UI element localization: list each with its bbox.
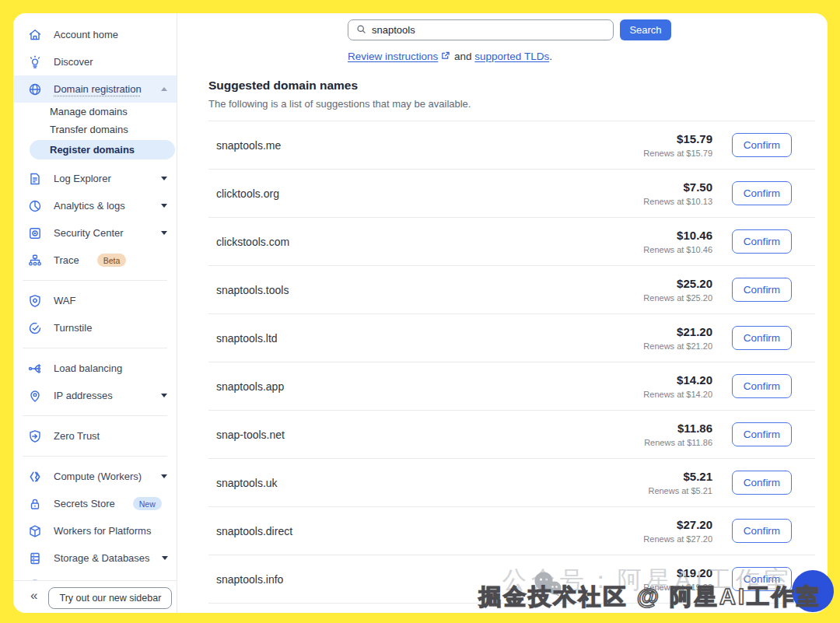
chevron-down-icon <box>161 204 167 211</box>
sidebar-item-waf[interactable]: WAF <box>13 287 177 314</box>
sidebar-item-label: Discover <box>54 56 167 68</box>
domain-name: snaptools.tools <box>216 284 643 296</box>
sidebar-footer: « Try out our new sidebar <box>13 580 177 613</box>
price: $21.20 <box>643 325 712 338</box>
sidebar-subitem-register-domains[interactable]: Register domains <box>30 140 175 159</box>
security-center-icon <box>28 226 42 240</box>
renewal-price: Renews at $15.79 <box>643 149 712 158</box>
search-button[interactable]: Search <box>620 19 671 40</box>
sidebar-divider <box>23 415 167 416</box>
confirm-button[interactable]: Confirm <box>732 519 792 543</box>
confirm-button[interactable]: Confirm <box>732 374 792 398</box>
sidebar-item-label: IP addresses <box>54 390 149 401</box>
check-circle-icon <box>28 321 42 335</box>
sidebar-nav: Account home Discover Domain registratio… <box>13 21 177 580</box>
sidebar-item-security-center[interactable]: Security Center <box>13 219 177 247</box>
sidebar-item-zero-trust[interactable]: Zero Trust <box>13 422 177 450</box>
sidebar-item-compute-workers[interactable]: Compute (Workers) <box>13 463 177 490</box>
review-instructions-link[interactable]: Review instructions <box>348 51 438 62</box>
confirm-button[interactable]: Confirm <box>732 229 792 254</box>
sidebar-subitem-label: Transfer domains <box>50 124 128 135</box>
sidebar-item-label: Compute (Workers) <box>54 471 149 482</box>
sidebar-item-load-balancing[interactable]: Load balancing <box>13 355 177 382</box>
chevron-up-icon <box>161 84 167 91</box>
confirm-button[interactable]: Confirm <box>732 278 792 302</box>
supported-tlds-link[interactable]: supported TLDs <box>474 51 549 62</box>
table-row: snaptools.app $14.20 Renews at $14.20 Co… <box>208 362 815 411</box>
sidebar-item-label: Domain registration <box>54 83 149 95</box>
domain-name: snaptools.uk <box>216 477 648 489</box>
sidebar-item-r2-object-storage[interactable]: R2 object storage <box>13 572 177 580</box>
domain-search-bar: Search <box>348 19 828 40</box>
lightbulb-icon <box>28 55 42 69</box>
sidebar-item-log-explorer[interactable]: Log Explorer <box>13 165 177 192</box>
domain-name: snaptools.me <box>216 139 643 152</box>
sidebar-item-label: Workers for Platforms <box>54 525 167 537</box>
chevron-down-icon <box>161 231 167 238</box>
sidebar-item-account-home[interactable]: Account home <box>13 21 177 48</box>
sidebar-subitem-label: Register domains <box>50 144 135 156</box>
sidebar-subitem-label: Manage domains <box>50 106 128 117</box>
sidebar-item-analytics-logs[interactable]: Analytics & logs <box>13 192 177 219</box>
sidebar-subitem-manage-domains[interactable]: Manage domains <box>13 103 177 121</box>
map-pin-icon <box>28 389 42 403</box>
sidebar-item-label: Security Center <box>54 227 149 239</box>
page-title: Suggested domain names <box>208 79 796 93</box>
sidebar-item-label: WAF <box>54 295 167 306</box>
sidebar-item-discover[interactable]: Discover <box>13 48 177 75</box>
domain-search-input[interactable] <box>372 24 605 36</box>
sidebar-item-label: Log Explorer <box>54 173 149 184</box>
price-block: $7.50 Renews at $10.13 <box>643 180 712 206</box>
table-row: clicktools.org $7.50 Renews at $10.13 Co… <box>208 170 815 218</box>
sidebar-item-workers-for-platforms[interactable]: Workers for Platforms <box>13 517 177 544</box>
sidebar-item-trace[interactable]: Trace Beta <box>13 247 177 274</box>
price-block: $10.46 Renews at $10.46 <box>643 229 712 254</box>
table-row: snaptools.ltd $21.20 Renews at $21.20 Co… <box>208 314 815 362</box>
sidebar-item-domain-registration[interactable]: Domain registration <box>13 75 177 103</box>
confirm-button[interactable]: Confirm <box>732 471 792 495</box>
collapse-sidebar-icon[interactable]: « <box>30 587 37 604</box>
watermark-main-text: 掘金技术社区 @ 阿星AI工作室 <box>479 582 821 613</box>
try-new-sidebar-button[interactable]: Try out our new sidebar <box>48 587 172 609</box>
confirm-button[interactable]: Confirm <box>732 133 792 157</box>
sidebar-item-label: Trace <box>54 254 79 266</box>
domain-name: clicktools.org <box>216 187 643 200</box>
renewal-price: Renews at $5.21 <box>648 486 712 495</box>
sidebar-item-turnstile[interactable]: Turnstile <box>13 314 177 341</box>
price-block: $14.20 Renews at $14.20 <box>643 373 712 399</box>
domain-name: snaptools.app <box>216 380 643 393</box>
sidebar-item-label: Turnstile <box>54 322 167 334</box>
sidebar-item-storage-databases[interactable]: Storage & Databases <box>13 544 177 572</box>
sidebar-item-ip-addresses[interactable]: IP addresses <box>13 382 177 409</box>
price-block: $27.20 Renews at $27.20 <box>643 518 712 544</box>
confirm-button[interactable]: Confirm <box>732 326 792 350</box>
price-block: $11.86 Renews at $11.86 <box>644 422 712 447</box>
sidebar-subitem-transfer-domains[interactable]: Transfer domains <box>13 121 177 138</box>
sidebar-item-secrets-store[interactable]: Secrets Store New <box>13 490 177 517</box>
confirm-button[interactable]: Confirm <box>732 422 792 446</box>
price: $27.20 <box>643 518 712 531</box>
chevron-down-icon <box>162 556 168 563</box>
domain-name: clickstools.com <box>216 236 643 248</box>
suggested-domains-section: Suggested domain names The following is … <box>208 79 796 110</box>
price: $11.86 <box>644 422 712 435</box>
log-document-icon <box>28 172 42 186</box>
new-badge: New <box>133 497 162 510</box>
price: $10.46 <box>643 229 712 242</box>
sidebar-item-label: Account home <box>54 29 167 40</box>
and-text: and <box>451 51 474 62</box>
price-block: $15.79 Renews at $15.79 <box>643 132 712 158</box>
lock-icon <box>28 497 42 511</box>
price-block: $21.20 Renews at $21.20 <box>643 325 712 351</box>
price: $7.50 <box>643 180 712 194</box>
trace-nodes-icon <box>28 254 42 268</box>
confirm-button[interactable]: Confirm <box>732 181 792 205</box>
table-row: snaptools.tools $25.20 Renews at $25.20 … <box>208 266 815 314</box>
domain-name: snaptools.ltd <box>216 332 643 345</box>
table-row: snaptools.me $15.79 Renews at $15.79 Con… <box>208 121 815 170</box>
chevron-down-icon <box>161 394 167 401</box>
waf-shield-icon <box>28 294 42 308</box>
sidebar-divider <box>23 280 167 281</box>
cube-icon <box>28 524 42 538</box>
table-row: snap-tools.net $11.86 Renews at $11.86 C… <box>208 411 815 459</box>
